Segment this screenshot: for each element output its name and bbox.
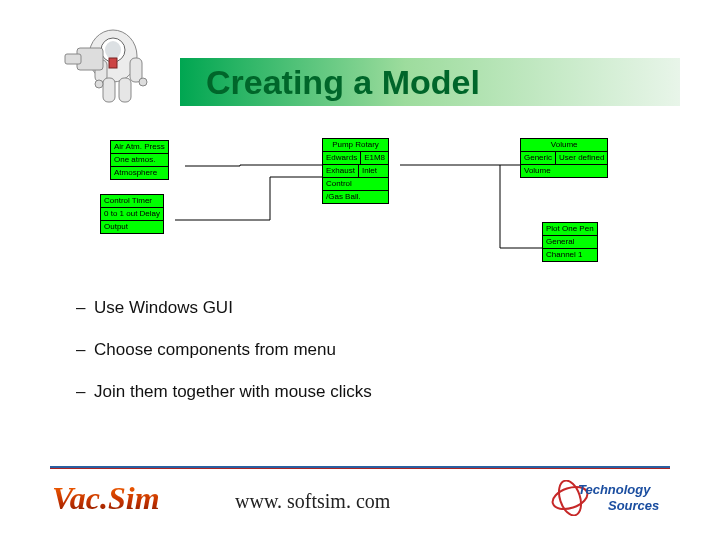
port-exhaust[interactable]: Exhaust: [323, 165, 359, 177]
svg-rect-9: [109, 58, 117, 68]
svg-rect-5: [103, 78, 115, 102]
website-url: www. softsim. com: [235, 490, 390, 513]
list-item: – Use Windows GUI: [76, 298, 386, 318]
bullet-dash-icon: –: [76, 340, 94, 360]
block-pump-rotary[interactable]: Pump Rotary Edwards E1M8 Exhaust Inlet C…: [322, 138, 389, 204]
port-control[interactable]: Control: [323, 178, 355, 190]
bullet-list: – Use Windows GUI – Choose components fr…: [76, 298, 386, 424]
model-diagram: Air Atm. Press One atmos. Atmosphere Con…: [100, 130, 660, 290]
block-detail: User defined: [556, 152, 607, 164]
title-banner: Creating a Model: [180, 58, 680, 106]
sponsor-line1: Technology: [578, 482, 651, 497]
block-title: Pump Rotary: [323, 139, 388, 151]
block-subtitle: One atmos.: [111, 154, 158, 166]
bullet-dash-icon: –: [76, 298, 94, 318]
block-subtitle: General: [543, 236, 577, 248]
block-title: Air Atm. Press: [111, 141, 168, 153]
block-title: Control Timer: [101, 195, 155, 207]
block-control-timer[interactable]: Control Timer 0 to 1 out Delay Output: [100, 194, 164, 234]
sponsor-line2: Sources: [608, 498, 659, 513]
block-subtitle: 0 to 1 out Delay: [101, 208, 163, 220]
astronaut-image: [35, 12, 165, 117]
footer-divider: [50, 466, 670, 469]
block-air-atm-press[interactable]: Air Atm. Press One atmos. Atmosphere: [110, 140, 169, 180]
port-channel-1[interactable]: Channel 1: [543, 249, 585, 261]
bullet-text: Use Windows GUI: [94, 298, 233, 318]
svg-rect-8: [65, 54, 81, 64]
list-item: – Choose components from menu: [76, 340, 386, 360]
block-vendor: Edwards: [323, 152, 361, 164]
block-plot-one-pen[interactable]: Plot One Pen General Channel 1: [542, 222, 598, 262]
svg-rect-4: [130, 58, 142, 82]
port-output[interactable]: Output: [101, 221, 131, 233]
block-model: E1M8: [361, 152, 388, 164]
block-kind: Generic: [521, 152, 556, 164]
svg-point-10: [95, 80, 103, 88]
port-volume[interactable]: Volume: [521, 165, 554, 177]
bullet-dash-icon: –: [76, 382, 94, 402]
bullet-text: Join them together with mouse clicks: [94, 382, 372, 402]
port-gas-ballast[interactable]: /Gas Ball.: [323, 191, 364, 203]
bullet-text: Choose components from menu: [94, 340, 336, 360]
port-atmosphere[interactable]: Atmosphere: [111, 167, 160, 179]
block-title: Volume: [521, 139, 607, 151]
svg-rect-6: [119, 78, 131, 102]
brand-logo: Vac.Sim: [52, 480, 160, 517]
port-inlet[interactable]: Inlet: [359, 165, 380, 177]
block-volume[interactable]: Volume Generic User defined Volume: [520, 138, 608, 178]
svg-point-2: [105, 41, 121, 59]
block-title: Plot One Pen: [543, 223, 597, 235]
technology-sources-logo: Technology Sources: [550, 480, 680, 516]
list-item: – Join them together with mouse clicks: [76, 382, 386, 402]
page-title: Creating a Model: [206, 63, 480, 102]
svg-point-11: [139, 78, 147, 86]
